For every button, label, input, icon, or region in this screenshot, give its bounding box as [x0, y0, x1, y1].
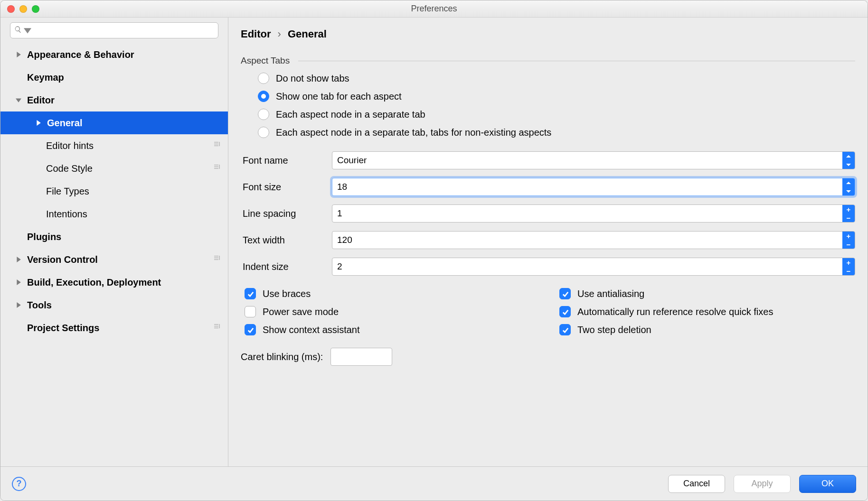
radio-label: Show one tab for each aspect — [276, 91, 402, 102]
stepper-up-icon[interactable]: + — [842, 232, 855, 240]
sidebar-item-general[interactable]: General — [0, 111, 228, 134]
disclosure-down-icon[interactable] — [14, 97, 23, 103]
apply-button[interactable]: Apply — [734, 475, 791, 493]
aspect-tabs-radio-group: Do not show tabsShow one tab for each as… — [241, 73, 855, 138]
sidebar-item-label: Project Settings — [27, 323, 213, 334]
sidebar-item-code-style[interactable]: Code Style — [0, 157, 228, 180]
line-spacing-input[interactable] — [332, 205, 842, 222]
aspect-tabs-option-3[interactable]: Each aspect node in a separate tab, tabs… — [258, 127, 855, 138]
use-braces-checkbox-row[interactable]: Use braces — [245, 288, 540, 299]
two-step-deletion-checkbox[interactable] — [559, 324, 571, 335]
radio-button[interactable] — [258, 73, 269, 84]
sidebar-item-build-execution-deployment[interactable]: Build, Execution, Deployment — [0, 271, 228, 294]
font-name-stepper[interactable] — [842, 152, 855, 169]
auto-quick-fixes-checkbox[interactable] — [559, 306, 571, 317]
disclosure-right-icon[interactable] — [34, 120, 43, 126]
breadcrumb-separator: › — [278, 28, 281, 40]
indent-size-stepper[interactable]: +− — [842, 258, 855, 275]
sidebar-item-tools[interactable]: Tools — [0, 294, 228, 316]
disclosure-right-icon[interactable] — [14, 257, 23, 262]
sidebar-item-editor-hints[interactable]: Editor hints — [0, 134, 228, 157]
disclosure-right-icon[interactable] — [14, 279, 23, 285]
breadcrumb: Editor › General — [241, 28, 855, 40]
caret-blinking-row: Caret blinking (ms): + − — [241, 348, 855, 366]
stepper-down-icon[interactable]: − — [842, 267, 855, 275]
close-window-button[interactable] — [7, 5, 15, 13]
settings-tree[interactable]: Appearance & BehaviorKeymapEditorGeneral… — [0, 43, 228, 466]
window-controls — [7, 5, 39, 13]
stepper-up-icon[interactable]: + — [842, 258, 855, 267]
sidebar-item-label: Build, Execution, Deployment — [27, 277, 221, 288]
use-braces-checkbox[interactable] — [245, 288, 256, 299]
sidebar-item-version-control[interactable]: Version Control — [0, 248, 228, 271]
minimize-window-button[interactable] — [19, 5, 27, 13]
aspect-tabs-group-header: Aspect Tabs — [241, 56, 855, 66]
stepper-up-icon[interactable] — [842, 152, 855, 160]
use-antialiasing-checkbox[interactable] — [559, 288, 571, 299]
font-fields: Font nameFont sizeLine spacing+−Text wid… — [241, 151, 855, 276]
sidebar-item-label: Editor — [27, 95, 221, 106]
aspect-tabs-option-2[interactable]: Each aspect node in a separate tab — [258, 109, 855, 120]
stepper-down-icon[interactable]: − — [842, 213, 855, 222]
stepper-down-icon[interactable] — [842, 160, 855, 169]
scope-badge-icon — [213, 254, 221, 265]
auto-quick-fixes-checkbox-row[interactable]: Automatically run reference resolve quic… — [559, 306, 855, 317]
disclosure-right-icon[interactable] — [14, 52, 23, 57]
font-name-field[interactable] — [332, 151, 855, 169]
radio-button[interactable] — [258, 109, 269, 120]
sidebar-item-intentions[interactable]: Intentions — [0, 203, 228, 225]
sidebar-item-keymap[interactable]: Keymap — [0, 66, 228, 89]
radio-button[interactable] — [258, 91, 269, 102]
dialog-footer: ? Cancel Apply OK — [0, 466, 868, 501]
sidebar-item-appearance-behavior[interactable]: Appearance & Behavior — [0, 43, 228, 66]
font-name-label: Font name — [243, 155, 324, 166]
cancel-button[interactable]: Cancel — [668, 475, 725, 493]
aspect-tabs-option-1[interactable]: Show one tab for each aspect — [258, 91, 855, 102]
ok-button[interactable]: OK — [799, 475, 856, 493]
indent-size-label: Indent size — [243, 261, 324, 272]
indent-size-input[interactable] — [332, 258, 842, 275]
stepper-down-icon[interactable] — [842, 187, 855, 195]
show-context-assistant-checkbox[interactable] — [245, 324, 256, 335]
radio-label: Each aspect node in a separate tab, tabs… — [276, 127, 551, 138]
checkbox-grid: Use bracesUse antialiasingPower save mod… — [241, 288, 855, 335]
preferences-window: Preferences Appearance & BehaviorKeymapE… — [0, 0, 868, 501]
search-field[interactable] — [10, 22, 218, 38]
zoom-window-button[interactable] — [32, 5, 39, 13]
stepper-down-icon[interactable]: − — [842, 240, 855, 249]
help-button[interactable]: ? — [12, 477, 26, 491]
power-save-checkbox[interactable] — [245, 306, 256, 317]
search-input[interactable] — [33, 26, 214, 35]
indent-size-field[interactable]: +− — [332, 258, 855, 276]
caret-blinking-input[interactable] — [331, 348, 392, 365]
disclosure-right-icon[interactable] — [14, 302, 23, 308]
font-size-field[interactable] — [332, 178, 855, 196]
aspect-tabs-option-0[interactable]: Do not show tabs — [258, 73, 855, 84]
caret-blinking-field[interactable]: + − — [330, 348, 392, 366]
radio-button[interactable] — [258, 127, 269, 138]
show-context-assistant-label: Show context assistant — [263, 325, 360, 335]
line-spacing-stepper[interactable]: +− — [842, 205, 855, 222]
sidebar-item-label: Version Control — [27, 254, 213, 265]
two-step-deletion-checkbox-row[interactable]: Two step deletion — [559, 324, 855, 335]
text-width-input[interactable] — [332, 232, 842, 249]
stepper-up-icon[interactable]: + — [842, 205, 855, 213]
text-width-field[interactable]: +− — [332, 231, 855, 249]
text-width-stepper[interactable]: +− — [842, 232, 855, 249]
sidebar-item-file-types[interactable]: File Types — [0, 180, 228, 203]
use-antialiasing-label: Use antialiasing — [577, 288, 644, 299]
font-size-label: Font size — [243, 182, 324, 193]
power-save-checkbox-row[interactable]: Power save mode — [245, 306, 540, 317]
font-size-stepper[interactable] — [842, 178, 855, 195]
text-width-label: Text width — [243, 235, 324, 246]
line-spacing-field[interactable]: +− — [332, 204, 855, 223]
sidebar-item-project-settings[interactable]: Project Settings — [0, 316, 228, 339]
use-antialiasing-checkbox-row[interactable]: Use antialiasing — [559, 288, 855, 299]
show-context-assistant-checkbox-row[interactable]: Show context assistant — [245, 324, 540, 335]
stepper-up-icon[interactable] — [842, 178, 855, 187]
sidebar-item-editor[interactable]: Editor — [0, 89, 228, 111]
auto-quick-fixes-label: Automatically run reference resolve quic… — [577, 306, 773, 317]
font-size-input[interactable] — [332, 178, 842, 195]
sidebar-item-plugins[interactable]: Plugins — [0, 225, 228, 248]
font-name-input[interactable] — [332, 152, 842, 169]
